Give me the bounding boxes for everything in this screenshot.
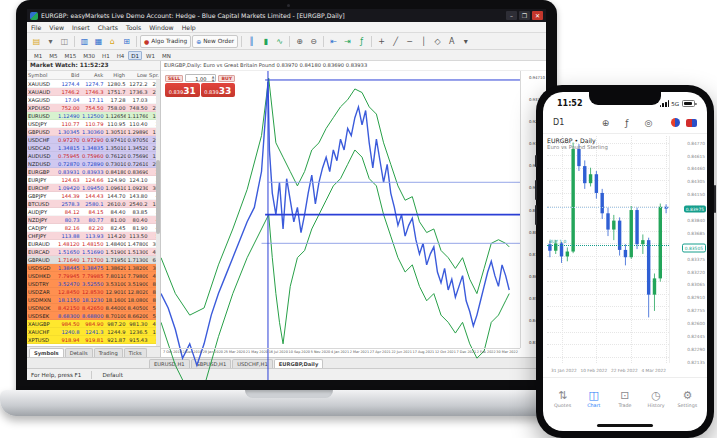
market-watch-row[interactable]: GBPJPY144.39144.43144.70143.804 (27, 192, 160, 200)
market-watch-row[interactable]: XAGUSD17.0417.1117.2817.037 (27, 96, 160, 104)
market-watch-row[interactable]: NZDUSD0.728700.728900.730100.7261020 (27, 160, 160, 168)
chart-canvas[interactable]: SELL 1.00▲▼ BUY 0.83931 0.83933 (161, 70, 546, 357)
market-watch-row[interactable]: GBPAUD1.716401.717001.719501.7130060 (27, 256, 160, 264)
zoom-out-icon[interactable]: ⊖ (307, 35, 320, 48)
timeframe-m30[interactable]: M30 (80, 51, 98, 60)
candlestick-plot[interactable]: BUY 1.0 (547, 136, 670, 363)
market-watch-row[interactable]: CADJPY82.1682.2082.4581.904 (27, 224, 160, 232)
candlestick-chart-icon[interactable]: ▮ (259, 35, 272, 48)
market-watch-icon[interactable]: ▥ (78, 35, 91, 48)
algo-trading-button[interactable]: ●Algo Trading (140, 35, 191, 48)
timeframe-w1[interactable]: W1 (143, 51, 158, 60)
crosshair-icon[interactable]: + (375, 35, 388, 48)
profiles-icon[interactable]: ◫ (58, 35, 71, 48)
market-watch-row[interactable]: XAUCHF1240.81241.31244.91236.514 (27, 328, 160, 336)
timeframe-button[interactable]: D1 (553, 118, 583, 127)
phone-chart-area[interactable]: EURGBP • Daily Euro vs Pound Sterling BU… (543, 134, 707, 377)
market-watch-tab-details[interactable]: Details (65, 348, 93, 357)
zoom-in-icon[interactable]: ⊕ (293, 35, 306, 48)
new-order-button[interactable]: ⊕New Order (192, 35, 238, 48)
objects-dropdown-icon[interactable]: ▾ (459, 35, 472, 48)
close-button[interactable]: ✕ (532, 11, 543, 20)
window-titlebar[interactable]: EURGBP: easyMarkets Live Demo Account: H… (27, 9, 546, 22)
toolbox-icon[interactable]: ⊞ (120, 35, 133, 48)
market-watch-row[interactable]: USDJPY110.77110.79110.95110.402 (27, 120, 160, 128)
chart-list-dropdown-icon[interactable]: ▾ (44, 35, 57, 48)
new-chart-icon[interactable]: ▤ (30, 35, 43, 48)
timeframe-mn[interactable]: MN (159, 51, 174, 60)
market-watch-row[interactable]: XAUGBP984.50984.90987.20981.3040 (27, 320, 160, 328)
market-watch-row[interactable]: AUDJPY84.1284.1584.4083.853 (27, 208, 160, 216)
market-watch-row[interactable]: USDSGD1.384451.384751.386201.3820030 (27, 264, 160, 272)
market-watch-row[interactable]: EURGBP0.839310.839330.841800.836902 (27, 168, 160, 176)
market-watch-row[interactable]: XAUAUD1746.21746.31751.71736.325 (27, 88, 160, 96)
symbol-flag-icon[interactable] (671, 118, 680, 127)
menu-item-view[interactable]: View (49, 24, 64, 31)
market-watch-row[interactable]: USDSEK8.683008.688008.701008.6620050 (27, 312, 160, 320)
menu-item-window[interactable]: Window (149, 24, 173, 31)
market-watch-row[interactable]: XPDUSD752.00754.50758.00748.5022 (27, 104, 160, 112)
market-watch-row[interactable]: EURJPY124.63124.66124.90124.103 (27, 176, 160, 184)
market-watch-row[interactable]: USDZAR12.845012.853012.901012.802080 (27, 288, 160, 296)
timeframe-h4[interactable]: H4 (114, 51, 128, 60)
auto-scroll-icon[interactable]: ⇤ (327, 35, 340, 48)
menu-item-file[interactable]: File (31, 24, 41, 31)
text-label-icon[interactable]: A (445, 35, 458, 48)
navigator-icon[interactable]: ⌂ (106, 35, 119, 48)
timeframe-d1[interactable]: D1 (128, 51, 142, 60)
crosshair-icon[interactable]: ⊕ (602, 118, 610, 128)
horizontal-line-icon[interactable]: ─ (403, 35, 416, 48)
column-header-spr[interactable]: Spr. (148, 71, 160, 79)
market-watch-tab-ticks[interactable]: Ticks (124, 348, 147, 357)
market-watch-row[interactable]: XPTUSD918.94919.81921.87915.436 (27, 336, 160, 344)
nav-trade[interactable]: ⊡Trade (610, 390, 640, 408)
nav-quotes[interactable]: ⇅Quotes (548, 390, 578, 408)
market-watch-row[interactable]: USDNOK8.421508.426508.440008.4050050 (27, 304, 160, 312)
menu-item-help[interactable]: Help (182, 24, 196, 31)
shapes-icon[interactable]: ◇ (431, 35, 444, 48)
minimize-button[interactable]: – (506, 11, 517, 20)
vertical-line-icon[interactable]: │ (417, 35, 430, 48)
price-chart[interactable] (161, 71, 520, 380)
timeframe-m5[interactable]: M5 (46, 51, 60, 60)
market-watch-row[interactable]: BTCUSD2578.32580.12610.02540.218 (27, 200, 160, 208)
nav-history[interactable]: ◷History (641, 390, 671, 408)
column-header-low[interactable]: Low (126, 71, 148, 79)
status-profile[interactable]: Default (102, 372, 122, 378)
indicators-icon[interactable]: ƒ (355, 35, 368, 48)
scrollbar[interactable] (156, 80, 160, 346)
broker-flag-icon[interactable] (686, 119, 697, 127)
market-watch-row[interactable]: USDHKD7.799457.799857.801107.7980040 (27, 272, 160, 280)
market-watch-row[interactable]: CHFJPY113.88113.93114.20113.505 (27, 232, 160, 240)
lot-stepper-icon[interactable]: ▲▼ (212, 75, 215, 83)
column-header-bid[interactable]: Bid (57, 71, 81, 79)
timeframe-m15[interactable]: M15 (62, 51, 80, 60)
market-watch-row[interactable]: USDCAD1.348151.348351.350101.3452020 (27, 144, 160, 152)
menu-item-tools[interactable]: Tools (126, 24, 141, 31)
column-header-ask[interactable]: Ask (80, 71, 104, 79)
chart-shift-icon[interactable]: ⇥ (341, 35, 354, 48)
column-header-high[interactable]: High (104, 71, 126, 79)
market-watch-row[interactable]: USDCHF0.972700.972900.974100.9705020 (27, 136, 160, 144)
objects-icon[interactable]: ◎ (644, 118, 652, 128)
timeframe-h1[interactable]: H1 (99, 51, 113, 60)
market-watch-row[interactable]: EURUSD1.124901.125001.126561.1176010 (27, 112, 160, 120)
maximize-button[interactable]: ❐ (519, 11, 530, 20)
market-watch-tab-trading[interactable]: Trading (94, 348, 123, 357)
bar-chart-icon[interactable]: ║ (245, 35, 258, 48)
market-watch-row[interactable]: USDMXN18.115018.123018.160018.080080 (27, 296, 160, 304)
market-watch-tab-symbols[interactable]: Symbols (29, 348, 64, 357)
column-header-symbol[interactable]: Symbol (27, 71, 57, 79)
timeframe-m1[interactable]: M1 (31, 51, 45, 60)
menu-item-insert[interactable]: Insert (72, 24, 90, 31)
lot-size-input[interactable]: 1.00▲▼ (185, 74, 216, 82)
nav-chart[interactable]: ◫Chart (579, 390, 609, 408)
sell-price-button[interactable]: 0.83931 (165, 83, 200, 97)
date-axis[interactable]: 7 Oct 20192 Dec 201929 Jan 202025 Mar 20… (161, 348, 520, 357)
market-watch-row[interactable]: GBPUSD1.303451.303601.305101.2989015 (27, 128, 160, 136)
market-watch-row[interactable]: EURCAD1.516501.516901.519001.5130040 (27, 248, 160, 256)
market-watch-row[interactable]: USDTRY3.524703.525503.531003.5190080 (27, 280, 160, 288)
nav-settings[interactable]: ⚙Settings (672, 390, 702, 408)
function-icon[interactable]: ƒ (625, 118, 628, 128)
buy-price-button[interactable]: 0.83933 (201, 83, 236, 97)
